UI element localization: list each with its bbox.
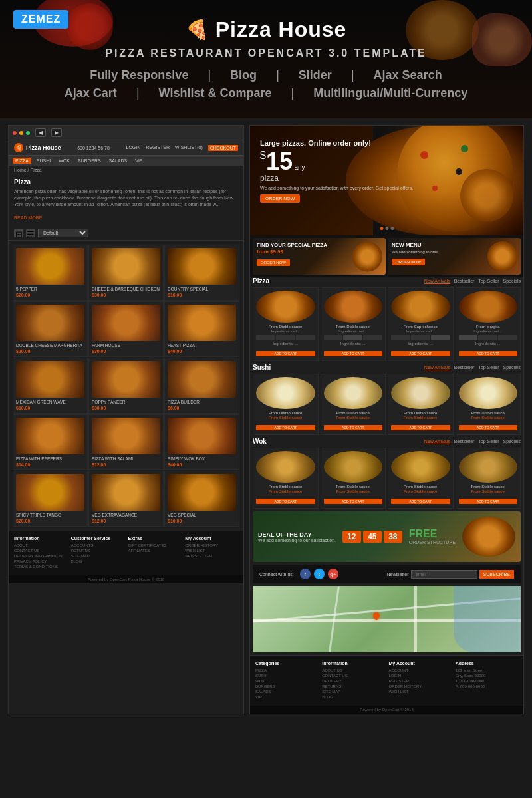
sushi-add-btn-3[interactable]: ADD TO CART (391, 425, 450, 430)
product-card[interactable]: FEAST PIZZA $46.00 (164, 301, 239, 357)
product-card[interactable]: SIMPLY WOK BOX $46.00 (164, 414, 239, 470)
footer-link[interactable]: GIFT CERTIFICATES (128, 543, 182, 547)
wok-tab-top[interactable]: Top Seller (478, 439, 499, 444)
product-card[interactable]: MEXICAN GREEN WAVE $10.00 (13, 358, 88, 414)
product-card[interactable]: FARM HOUSE $30.00 (88, 301, 164, 357)
wok-product-4[interactable]: From Stable sauce From Stable sauce ADD … (456, 448, 521, 509)
product-card[interactable]: POPPY PANEER $30.00 (88, 358, 164, 414)
grid-view-btn[interactable]: ⊞ (14, 229, 23, 237)
promo-btn-2[interactable]: ORDER NOW (392, 259, 425, 265)
cat-burgers[interactable]: BURGERS (75, 158, 104, 164)
nav-register[interactable]: REGISTER (146, 145, 170, 151)
slider-dot-1[interactable] (380, 227, 383, 230)
sushi-tab-new[interactable]: New Arrivals (424, 365, 450, 370)
sushi-tab-top[interactable]: Top Seller (478, 365, 499, 370)
rfooter-link[interactable]: SUSHI (255, 674, 318, 678)
pizza-tab-top[interactable]: Top Seller (478, 279, 499, 284)
twitter-icon[interactable]: t (314, 569, 325, 579)
footer-link[interactable]: PRIVACY POLICY (14, 559, 67, 563)
rfooter-link[interactable]: BURGERS (255, 684, 318, 688)
wok-product-2[interactable]: From Stable sauce From Stable sauce ADD … (321, 448, 386, 509)
footer-link[interactable]: SITE MAP (71, 554, 124, 558)
footer-link[interactable]: CONTACT US (14, 549, 67, 553)
product-card[interactable]: VEG EXTRAVAGANCE $12.00 (88, 471, 164, 527)
wok-add-btn-2[interactable]: ADD TO CART (324, 499, 383, 504)
sushi-product-4[interactable]: From Diablo sauce From Stable sauce ADD … (456, 374, 521, 435)
product-card[interactable]: PIZZA WITH SALAMI $12.00 (88, 414, 164, 470)
rfooter-link[interactable]: SITE MAP (322, 690, 384, 694)
footer-link[interactable]: BLOG (71, 559, 124, 563)
sushi-add-btn-1[interactable]: ADD TO CART (256, 425, 315, 430)
wok-add-btn-3[interactable]: ADD TO CART (391, 499, 450, 504)
sushi-add-btn-4[interactable]: ADD TO CART (459, 425, 518, 430)
newsletter-input[interactable] (411, 570, 477, 579)
list-view-btn[interactable]: ☰ (26, 229, 35, 237)
rfooter-link[interactable]: WISH LIST (389, 690, 452, 694)
rfooter-link[interactable]: ABOUT US (322, 668, 384, 672)
read-more-link[interactable]: READ MORE (14, 215, 42, 220)
rfooter-link[interactable]: WOK (255, 679, 318, 683)
product-card[interactable]: VEG SPECIAL $10.00 (164, 471, 239, 527)
cat-sushi[interactable]: SUSHI (34, 158, 53, 164)
slider-dot-2[interactable] (385, 227, 388, 230)
pizza-product-4[interactable]: From Margita Ingredients: red... Ingredi… (456, 287, 521, 361)
product-card[interactable]: DOUBLE CHEESE MARGHERITA $20.00 (13, 301, 88, 357)
rfooter-link[interactable]: LOGIN (389, 674, 452, 678)
sushi-add-btn-2[interactable]: ADD TO CART (324, 425, 383, 430)
browser-back[interactable]: ◀ (35, 128, 46, 137)
wok-add-btn-4[interactable]: ADD TO CART (459, 499, 518, 504)
rfooter-link[interactable]: RETURNS (322, 684, 384, 688)
facebook-icon[interactable]: f (300, 569, 311, 579)
wok-tab-special[interactable]: Specials (503, 439, 521, 444)
footer-link[interactable]: TERMS & CONDITIONS (14, 565, 67, 569)
pizza-tab-special[interactable]: Specials (503, 279, 521, 284)
rfooter-link[interactable]: DELIVERY (322, 679, 384, 683)
product-card[interactable]: PIZZA BUILDER $6.00 (164, 358, 239, 414)
pizza-tab-new[interactable]: New Arrivals (424, 279, 450, 284)
rfooter-link[interactable]: VIP (255, 695, 318, 699)
rfooter-link[interactable]: CONTACT US (322, 674, 384, 678)
cat-salads[interactable]: SALADS (106, 158, 130, 164)
rfooter-link[interactable]: ACCOUNT (389, 668, 452, 672)
pizza-product-1[interactable]: From Diablo sauce Ingredients: red... In… (253, 287, 319, 361)
cat-wok[interactable]: WOK (56, 158, 72, 164)
pizza-product-2[interactable]: From Diablo sauce Ingredients: red... In… (321, 287, 386, 361)
cat-pizza[interactable]: PIZZA (13, 158, 31, 164)
rfooter-link[interactable]: PIZZA (255, 668, 318, 672)
sushi-tab-best[interactable]: Bestseller (454, 365, 475, 370)
footer-link[interactable]: DELIVERY INFORMATION (14, 554, 67, 558)
footer-link[interactable]: ORDER HISTORY (185, 543, 238, 547)
pizza-add-btn-3[interactable]: ADD TO CART (391, 351, 450, 356)
product-card[interactable]: 5 PEPPER $20.00 (13, 245, 88, 301)
product-card[interactable]: SPICY TRIPLE TANGO $20.00 (13, 471, 88, 527)
rfooter-link[interactable]: ORDER HISTORY (389, 684, 452, 688)
pizza-add-btn-1[interactable]: ADD TO CART (256, 351, 315, 356)
sushi-product-2[interactable]: From Diablo sauce From Stable sauce ADD … (321, 374, 386, 435)
pizza-add-btn-4[interactable]: ADD TO CART (459, 351, 518, 356)
footer-link[interactable]: ACCOUNTS (71, 543, 124, 547)
footer-link[interactable]: AFFILIATES (128, 549, 182, 553)
cat-vip[interactable]: VIP (132, 158, 145, 164)
sushi-product-1[interactable]: From Diablo sauce From Stable sauce ADD … (253, 374, 319, 435)
footer-link[interactable]: NEWSLETTER (185, 554, 238, 558)
pizza-tab-best[interactable]: Bestseller (454, 279, 475, 284)
footer-link[interactable]: WISH LIST (185, 549, 238, 553)
slider-dot-3[interactable] (390, 227, 394, 230)
product-card[interactable]: COUNTRY SPECIAL $16.00 (164, 245, 239, 301)
wok-product-1[interactable]: From Stable sauce From Stable sauce ADD … (253, 448, 319, 509)
wok-tab-best[interactable]: Bestseller (454, 439, 475, 444)
wok-tab-new[interactable]: New Arrivals (424, 439, 450, 444)
nav-wishlist[interactable]: WISHLIST(0) (175, 145, 203, 151)
wok-product-3[interactable]: From Stable sauce From Stable sauce ADD … (388, 448, 454, 509)
sushi-tab-special[interactable]: Specials (503, 365, 521, 370)
nav-checkout[interactable]: CHECKOUT (208, 145, 238, 151)
sushi-product-3[interactable]: From Diablo sauce From Stable sauce ADD … (388, 374, 454, 435)
rfooter-link[interactable]: REGISTER (389, 679, 452, 683)
nav-login[interactable]: LOGIN (126, 145, 141, 151)
product-card[interactable]: PIZZA WITH PEPPERS $14.00 (13, 414, 88, 470)
browser-forward[interactable]: ▶ (51, 128, 62, 137)
rfooter-link[interactable]: BLOG (322, 695, 384, 699)
sort-select[interactable]: Default Name A-Z Price Low-High (38, 229, 88, 237)
promo-btn-1[interactable]: ORDER NOW (257, 259, 290, 266)
footer-link[interactable]: RETURNS (71, 549, 124, 553)
